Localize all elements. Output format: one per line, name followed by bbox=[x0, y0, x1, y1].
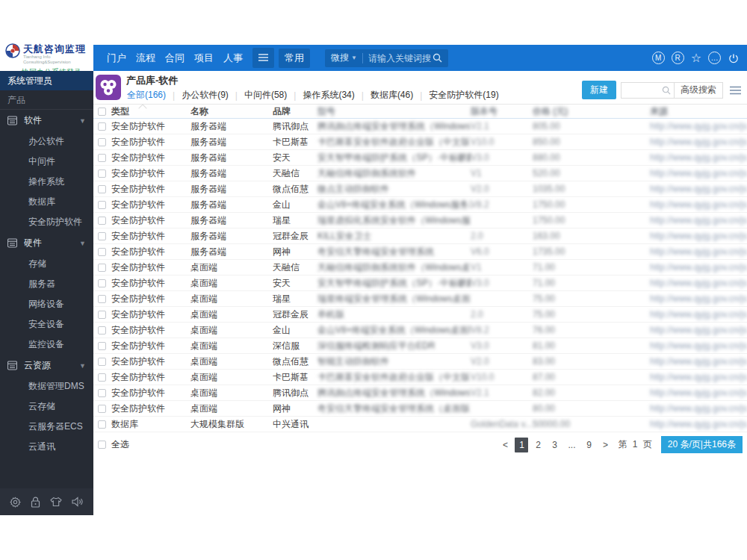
row-checkbox[interactable] bbox=[98, 217, 106, 225]
row-checkbox[interactable] bbox=[98, 311, 106, 319]
list-view-icon[interactable] bbox=[730, 86, 741, 95]
tab-操作系统[interactable]: 操作系统(34) bbox=[302, 89, 355, 102]
table-row[interactable]: 安全防护软件服务器端金山金山V8+终端安全系统（Windows服务器版）增强V8… bbox=[93, 197, 747, 213]
sidebar-group-3[interactable]: 云资源▼ bbox=[0, 355, 93, 376]
nav-item-favorites[interactable]: 常用 bbox=[279, 49, 310, 68]
row-checkbox[interactable] bbox=[98, 295, 106, 303]
row-checkbox[interactable] bbox=[98, 326, 106, 335]
tab-办公软件[interactable]: 办公软件(9) bbox=[181, 89, 229, 102]
sidebar-item[interactable]: 网络设备 bbox=[0, 294, 93, 314]
page-next-button[interactable]: > bbox=[599, 438, 613, 452]
tab-数据库[interactable]: 数据库(46) bbox=[370, 89, 414, 102]
table-row[interactable]: 安全防护软件桌面端深信服深信服终端检测响应平台EDRV3.081.00http:… bbox=[93, 338, 747, 354]
sidebar-item[interactable]: 操作系统 bbox=[0, 172, 93, 192]
table-row[interactable]: 安全防护软件桌面端微点佰慧智能主动防御软件V2.083.00http://www… bbox=[93, 354, 747, 370]
sidebar-item[interactable]: 云存储 bbox=[0, 396, 93, 417]
page-button-3[interactable]: 3 bbox=[548, 438, 561, 452]
page-button-2[interactable]: 2 bbox=[531, 438, 545, 452]
more-icon[interactable]: … bbox=[708, 52, 721, 64]
sidebar-item[interactable]: 云服务器ECS bbox=[0, 417, 93, 437]
row-checkbox[interactable] bbox=[98, 232, 106, 240]
tab-中间件[interactable]: 中间件(58) bbox=[244, 89, 288, 102]
table-row[interactable]: 安全防护软件服务器端网神奇安信天擎终端安全管理系统V6.01735.00http… bbox=[93, 244, 747, 260]
page-prev-button[interactable]: < bbox=[498, 438, 512, 452]
table-row[interactable]: 安全防护软件桌面端冠群金辰单机版2.075.00http://www.qyjg.… bbox=[93, 307, 747, 323]
nav-item-1[interactable]: 门户 bbox=[107, 52, 126, 65]
select-all-checkbox[interactable] bbox=[98, 441, 106, 449]
row-checkbox[interactable] bbox=[98, 405, 106, 413]
nav-item-4[interactable]: 项目 bbox=[194, 52, 214, 65]
page-button-1[interactable]: 1 bbox=[515, 438, 528, 452]
sidebar-item[interactable]: 监控设备 bbox=[0, 335, 93, 355]
table-row[interactable]: 安全防护软件桌面端金山金山V8+终端安全系统（Windows桌面版）V8.276… bbox=[93, 323, 747, 338]
select-all[interactable]: 全选 bbox=[98, 438, 129, 451]
cell-brand: 金山 bbox=[273, 199, 317, 211]
sidebar-item[interactable]: 安全设备 bbox=[0, 314, 93, 335]
sidebar-group-1[interactable]: 软件▼ bbox=[0, 110, 93, 131]
table-row[interactable]: 安全防护软件桌面端安天安天智甲终端防护系统（SP）·中标麒麟桌面版V3.071.… bbox=[93, 276, 747, 291]
row-checkbox[interactable] bbox=[98, 169, 106, 178]
table-row[interactable]: 安全防护软件桌面端瑞星瑞星终端安全管理系统（Windows桌面版）75.00ht… bbox=[93, 291, 747, 307]
sidebar-item[interactable]: 服务器 bbox=[0, 274, 93, 294]
search-scope-dropdown[interactable]: 微搜 ▼ bbox=[331, 52, 357, 64]
row-checkbox[interactable] bbox=[98, 264, 106, 272]
header-checkbox[interactable] bbox=[98, 108, 106, 116]
row-checkbox[interactable] bbox=[98, 342, 106, 350]
table-row[interactable]: 安全防护软件服务器端冠群金辰KILL安全卫士2.0163.00http://ww… bbox=[93, 228, 747, 244]
table-search-input[interactable] bbox=[626, 85, 662, 96]
table-row[interactable]: 安全防护软件桌面端天融信天融信终端防御系统软件（Windows桌面版）V1V17… bbox=[93, 260, 747, 276]
table-row[interactable]: 安全防护软件服务器端腾讯御点腾讯御点终端安全管理系统（Windows版）V2.1… bbox=[93, 119, 747, 134]
sidebar-item[interactable]: 存储 bbox=[0, 254, 93, 274]
tab-安全防护软件[interactable]: 安全防护软件(19) bbox=[428, 89, 499, 102]
sidebar-item[interactable]: 数据库 bbox=[0, 192, 93, 212]
lock-icon[interactable] bbox=[31, 497, 40, 508]
table-row[interactable]: 数据库大规模集群版中兴通讯GoldenData v...50000.00http… bbox=[93, 417, 747, 432]
sidebar-item[interactable]: 办公软件 bbox=[0, 131, 93, 152]
table-row[interactable]: 安全防护软件桌面端网神奇安信天擎终端安全管理系统（桌面版）80.00http:/… bbox=[93, 401, 747, 417]
table-row[interactable]: 安全防护软件服务器端安天安天智甲终端防护系统（SP）·中标麒麟系统专用V3.08… bbox=[93, 150, 747, 166]
advanced-search-button[interactable]: 高级搜索 bbox=[674, 82, 723, 99]
sidebar-item[interactable]: 云通讯 bbox=[0, 437, 93, 457]
search-icon[interactable] bbox=[662, 86, 671, 95]
search-icon[interactable] bbox=[433, 53, 442, 63]
per-page-summary[interactable]: 20 条/页|共166条 bbox=[661, 436, 743, 453]
nav-item-3[interactable]: 合同 bbox=[165, 52, 185, 65]
row-checkbox[interactable] bbox=[98, 389, 106, 397]
sidebar-item[interactable]: 安全防护软件 bbox=[0, 212, 93, 232]
global-search-input[interactable] bbox=[368, 53, 433, 63]
row-checkbox[interactable] bbox=[98, 279, 106, 287]
table-row[interactable]: 安全防护软件桌面端腾讯御点腾讯御点终端安全管理系统（Windows版）V2.1V… bbox=[93, 385, 747, 401]
row-checkbox[interactable] bbox=[98, 248, 106, 256]
row-checkbox[interactable] bbox=[98, 373, 106, 382]
nav-item-5[interactable]: 人事 bbox=[223, 52, 243, 65]
apps-menu-button[interactable] bbox=[252, 48, 274, 68]
table-row[interactable]: 安全防护软件桌面端卡巴斯基卡巴斯基安全软件政府企业版（中文版 V10.0 ·四年… bbox=[93, 370, 747, 385]
settings-icon[interactable] bbox=[10, 497, 21, 508]
tab-全部[interactable]: 全部(166) bbox=[126, 89, 167, 102]
sidebar-section-product[interactable]: 产品 bbox=[0, 90, 93, 110]
table-row[interactable]: 安全防护软件服务器端天融信天融信终端防御系统软件V1520.00http://w… bbox=[93, 166, 747, 181]
row-checkbox[interactable] bbox=[98, 358, 106, 366]
row-checkbox[interactable] bbox=[98, 122, 106, 131]
table-row[interactable]: 安全防护软件服务器端卡巴斯基卡巴斯基安全软件政府企业版（中文版 V10.0 四年… bbox=[93, 134, 747, 150]
favorites-star-icon[interactable]: ☆ bbox=[691, 51, 701, 65]
table-row[interactable]: 安全防护软件服务器端瑞星瑞星虚拟化系统安全软件（Windows服务器版）1750… bbox=[93, 213, 747, 228]
sidebar-item[interactable]: 中间件 bbox=[0, 152, 93, 172]
m-badge-icon[interactable]: M bbox=[652, 52, 665, 64]
sound-icon[interactable] bbox=[72, 497, 84, 507]
cell-brand: 安天 bbox=[273, 152, 317, 164]
row-checkbox[interactable] bbox=[98, 201, 106, 209]
page-button-9[interactable]: 9 bbox=[583, 438, 596, 452]
nav-item-2[interactable]: 流程 bbox=[136, 52, 155, 65]
theme-icon[interactable] bbox=[50, 497, 62, 507]
new-button[interactable]: 新建 bbox=[582, 81, 616, 99]
sidebar-group-2[interactable]: 硬件▼ bbox=[0, 232, 93, 254]
row-checkbox[interactable] bbox=[98, 154, 106, 162]
power-icon[interactable] bbox=[728, 52, 740, 64]
row-checkbox[interactable] bbox=[98, 420, 106, 429]
sidebar-item[interactable]: 数据管理DMS bbox=[0, 376, 93, 396]
r-badge-icon[interactable]: R bbox=[672, 52, 684, 64]
table-row[interactable]: 安全防护软件服务器端微点佰慧微点主动防御软件V2.01035.00http://… bbox=[93, 181, 747, 197]
row-checkbox[interactable] bbox=[98, 138, 106, 146]
row-checkbox[interactable] bbox=[98, 185, 106, 193]
